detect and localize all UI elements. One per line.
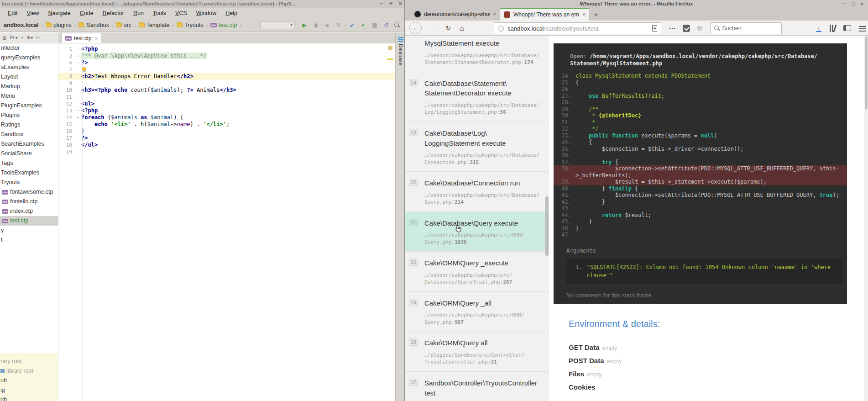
home-button[interactable]: ⌂ (457, 22, 466, 34)
tab-close-icon[interactable]: × (493, 11, 496, 17)
stack-frame[interactable]: 20Cake\​ORM\​Query _execute…/​vendor/​ca… (405, 251, 549, 291)
intention-bulb-icon[interactable] (82, 67, 86, 71)
project-selector[interactable]: Pr.▾ (10, 35, 17, 40)
menu-help[interactable]: Help (221, 9, 241, 17)
menu-vcs[interactable]: VCS (171, 9, 191, 17)
stack-frame[interactable]: 22Cake\​Database\​Connection run…/​vendo… (405, 171, 549, 211)
menu-edit[interactable]: Edit (4, 9, 22, 17)
sidebar-icon[interactable] (843, 25, 851, 31)
editor-line[interactable]: 16} (58, 128, 395, 135)
back-button[interactable]: ← (409, 22, 422, 34)
browser-tab-active[interactable]: Whoops! There was an error.× (500, 8, 590, 21)
menu-hamburger-icon[interactable] (859, 26, 866, 33)
open-file-path[interactable]: /home/vagrant/Apps/sandbox.local/vendor/… (590, 53, 817, 59)
run-icon[interactable]: ▶ (301, 22, 308, 28)
forward-button[interactable]: → (429, 22, 438, 34)
browser-tab[interactable]: dereuromark/cakephp-whoo× (411, 8, 500, 21)
window-control-icon[interactable]: × (399, 0, 402, 8)
tree-folder-plugins[interactable]: Plugins (0, 111, 58, 120)
tree-folder-tags[interactable]: Tags (0, 158, 58, 168)
tree-folder-toolsexamples[interactable]: ToolsExamples (0, 168, 58, 178)
tree-file-fontello-ctp[interactable]: phpfontello.ctp (0, 197, 58, 206)
url-text[interactable]: sandbox.local/sandbox/tryouts/test (507, 25, 648, 32)
stack-frame[interactable]: 19Cake\​ORM\​Query _all…/​vendor/​cakeph… (405, 291, 549, 332)
firefox-titlebar[interactable]: Whoops! There was an error. - Mozilla Fi… (405, 0, 868, 8)
tree-file-fontawesome-ctp[interactable]: phpfontawesome.ctp (0, 187, 58, 197)
stack-frame[interactable]: 18Cake\​ORM\​Query all…/​plugins/​Sandbo… (405, 331, 549, 371)
stack-frame[interactable]: 23Cake\​Database\​Log\​LoggingStatement … (405, 121, 549, 171)
tree-folder-sexamples[interactable]: sExamples (0, 63, 58, 72)
stack-frame[interactable]: MysqlStatement execute…/​vendor/​cakephp… (405, 36, 549, 72)
breadcrumb-item[interactable]: src (115, 22, 132, 28)
search-input[interactable] (722, 25, 778, 32)
menu-view[interactable]: View (23, 9, 43, 17)
tree-footer-item[interactable]: ub (0, 376, 58, 385)
menu-run[interactable]: Run (129, 9, 148, 17)
tree-folder-pluginexamples[interactable]: PluginExamples (0, 101, 58, 111)
breadcrumb-item[interactable]: plugins (45, 22, 73, 28)
tree-folder-ratings[interactable]: Ratings (0, 120, 58, 130)
frames-scrollbar[interactable] (545, 196, 549, 256)
run-config-dropdown[interactable] (261, 21, 294, 29)
fold-marker-icon[interactable]: − (75, 107, 81, 114)
editor-line[interactable]: 9 (58, 80, 395, 87)
tree-folder-menu[interactable]: Menu (0, 91, 58, 101)
editor-line[interactable]: 8<h2>Test Whoops Error Handler</h2> (58, 73, 395, 80)
editor-line[interactable]: 12−<ul> (58, 100, 395, 107)
tree-footer-item[interactable]: library root (0, 366, 58, 376)
tree-footer-item[interactable]: rib (0, 395, 58, 401)
url-bar[interactable]: i sandbox.local/sandbox/tryouts/test (494, 22, 661, 34)
library-icon[interactable] (829, 25, 837, 32)
breadcrumb-item[interactable]: phptest.ctp (209, 22, 238, 28)
fold-marker-icon[interactable]: − (75, 100, 81, 107)
bookmark-star-icon[interactable]: ☆ (696, 22, 703, 34)
search-field[interactable] (710, 22, 782, 34)
tree-folder-layout[interactable]: Layout (0, 72, 58, 82)
tree-item-clipped[interactable]: t (0, 235, 58, 245)
editor-line[interactable]: 7 (58, 66, 395, 73)
code-editor[interactable]: 1−<?php2+/** @var \App\View\AppView $thi… (58, 43, 395, 401)
commit-icon[interactable]: ✔ (360, 22, 367, 28)
breadcrumb-item[interactable]: andbox.local (3, 22, 39, 28)
reload-button[interactable]: ↻ (444, 22, 453, 34)
page-scrollbar[interactable] (864, 36, 868, 401)
window-control-icon[interactable]: + (389, 0, 392, 8)
tree-folder-searchexamples[interactable]: SearchExamples (0, 139, 58, 149)
tree-folder-sandbox[interactable]: Sandbox (0, 130, 58, 139)
window-control-icon[interactable]: − (842, 0, 845, 8)
diff-icon[interactable]: ▦ (371, 22, 378, 28)
tree-folder-socialshare[interactable]: SocialShare (0, 149, 58, 158)
window-control-icon[interactable]: − (380, 0, 383, 8)
tab-close-icon[interactable]: × (582, 11, 586, 18)
menu-window[interactable]: Window (192, 9, 220, 17)
tree-folder-markup[interactable]: Markup (0, 82, 58, 91)
fold-marker-icon[interactable]: + (75, 53, 81, 59)
breadcrumb-item[interactable]: Template (138, 22, 171, 28)
tree-item-clipped[interactable]: y (0, 226, 58, 235)
menu-navigate[interactable]: Navigate (44, 9, 74, 17)
tree-folder-tryouts[interactable]: Tryouts (0, 178, 58, 187)
editor-line[interactable]: 6−?> (58, 59, 395, 66)
stack-frame[interactable]: 24Cake\​Database\​Statement\​StatementDe… (405, 72, 549, 121)
editor-line[interactable]: 2+/** @var \App\View\AppView $this ...*/ (58, 53, 395, 59)
menu-refactor[interactable]: Refactor (99, 9, 128, 17)
breadcrumb-item[interactable]: Tryouts (176, 22, 204, 28)
breadcrumb-item[interactable]: Sandbox (78, 22, 110, 28)
editor-tab-test-ctp[interactable]: php test.ctp × (62, 33, 101, 43)
editor-line[interactable]: 15 echo '<li>' . h($animal->name) . '</l… (58, 121, 395, 128)
stack-frame[interactable]: 21Cake\​Database\​Query execute…/​vendor… (405, 211, 549, 252)
tree-file-test-ctp[interactable]: phptest.ctp (0, 216, 58, 226)
search-everywhere-icon[interactable] (394, 22, 400, 28)
restart-icon[interactable]: ↻ (335, 22, 342, 28)
pocket-icon[interactable] (683, 25, 690, 32)
editor-line[interactable]: 17?> (58, 135, 395, 142)
rollback-icon[interactable]: ↺ (382, 22, 390, 28)
window-control-icon[interactable]: × (861, 0, 863, 8)
debug-icon[interactable]: ◉ (312, 22, 319, 28)
stack-frame[interactable]: 17Sandbox\​Controller\​TryoutsController… (405, 371, 549, 401)
split-icon[interactable]: ÷ (21, 35, 24, 40)
settings-icon[interactable]: ⚙▾ (26, 35, 33, 40)
editor-line[interactable]: 14−foreach ($animals as $animal) { (58, 114, 395, 121)
editor-line[interactable]: 13−<?php (58, 107, 395, 114)
editor-line[interactable]: 18</ul> (58, 142, 395, 148)
